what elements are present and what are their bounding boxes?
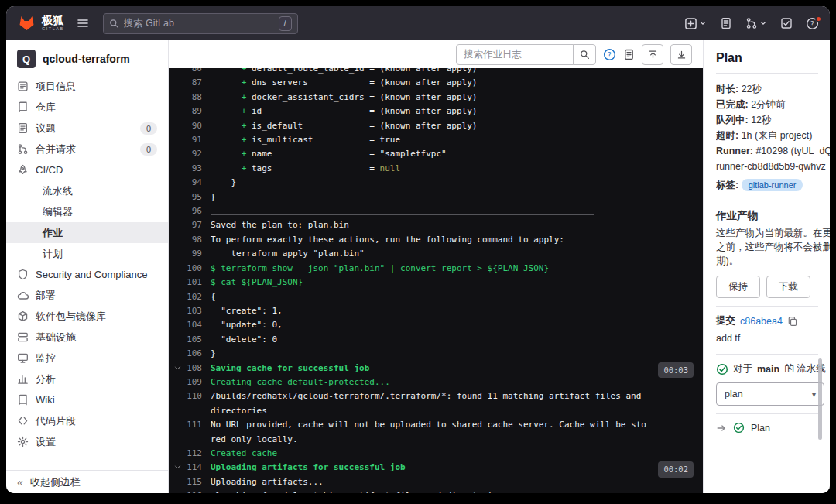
sidebar-item-repository[interactable]: 仓库	[6, 97, 168, 118]
log-line-number[interactable]: 112	[169, 447, 211, 461]
count-badge: 0	[140, 143, 157, 156]
shield-icon	[17, 269, 29, 280]
log-line-number[interactable]: 103	[169, 304, 211, 318]
log-line-number[interactable]: 87	[169, 76, 211, 90]
log-line-number[interactable]: 93	[169, 162, 211, 176]
sidebar-item-merge-requests[interactable]: 合并请求0	[6, 139, 168, 159]
window-scrollbar-thumb[interactable]	[818, 358, 822, 440]
runner-tag-badge[interactable]: gitlab-runner	[742, 179, 803, 191]
project-avatar: Q	[17, 50, 36, 68]
sidebar-item-pipelines[interactable]: 流水线	[6, 180, 168, 201]
log-line-number[interactable]: 100	[169, 262, 211, 276]
search-help-button[interactable]: ?	[603, 48, 616, 61]
download-artifacts-button[interactable]: 下载	[766, 276, 810, 298]
project-scope-link[interactable]: Q qcloud-terraform	[6, 40, 168, 74]
log-line-text: plan.bin: found 1 matching artifact file…	[211, 489, 703, 493]
log-line-number[interactable]: 86	[169, 68, 211, 76]
log-line-number[interactable]: 91	[169, 133, 211, 147]
global-search-input[interactable]	[124, 18, 274, 29]
sidebar-item-wiki[interactable]: Wiki	[6, 389, 168, 410]
sidebar-item-label: Security and Compliance	[36, 269, 148, 280]
sidebar-item-ci-cd[interactable]: CI/CD	[6, 159, 168, 180]
sidebar-item-jobs[interactable]: 作业	[6, 222, 168, 243]
sidebar-item-deployments[interactable]: 部署	[6, 285, 168, 306]
hamburger-menu-icon[interactable]	[77, 17, 89, 29]
collapse-sidebar-button[interactable]: « 收起侧边栏	[6, 470, 168, 493]
log-line-number[interactable]: 98	[169, 233, 211, 247]
nav-issues-button[interactable]	[720, 17, 732, 29]
collapse-section-icon[interactable]	[174, 464, 181, 471]
log-line-text	[211, 204, 703, 218]
log-line-text: + is_default = (known after apply)	[211, 119, 703, 133]
count-badge: 0	[140, 122, 157, 135]
log-line-text: Saved the plan to: plan.bin	[211, 218, 703, 232]
log-line-number[interactable]: 110	[169, 389, 211, 418]
log-line-number[interactable]: 108	[169, 362, 211, 375]
help-question-icon: ?	[603, 48, 616, 61]
log-line-93: 93 + tags = null	[169, 162, 703, 176]
log-line-number[interactable]: 95	[169, 190, 211, 204]
log-line-number[interactable]: 116	[169, 489, 211, 493]
log-line-number[interactable]: 104	[169, 318, 211, 332]
svg-text:?: ?	[810, 19, 814, 27]
keep-artifacts-button[interactable]: 保持	[716, 276, 760, 298]
log-line-number[interactable]: 111	[169, 418, 211, 447]
sidebar-item-label: 软件包与镜像库	[36, 310, 106, 324]
log-line-number[interactable]: 97	[169, 218, 211, 232]
job-log-search-button[interactable]	[573, 44, 596, 65]
log-line-text: "delete": 0	[211, 333, 703, 347]
pipeline-branch-link[interactable]: main	[757, 364, 779, 375]
log-line-number[interactable]: 109	[169, 375, 211, 389]
chevron-down-icon	[759, 19, 767, 27]
copy-commit-sha-button[interactable]	[787, 316, 798, 327]
log-line-number[interactable]: 115	[169, 475, 211, 489]
job-log-terminal[interactable]: 86 + default_route_table_id = (known aft…	[169, 68, 703, 493]
log-line-number[interactable]: 88	[169, 91, 211, 105]
issues-icon	[720, 17, 732, 29]
log-line-103: 103 "create": 1,	[169, 304, 703, 318]
global-search[interactable]: /	[103, 13, 298, 34]
log-line-number[interactable]: 96	[169, 204, 211, 218]
sidebar-item-label: CI/CD	[36, 164, 63, 176]
scroll-to-bottom-button[interactable]	[670, 44, 692, 65]
sidebar-item-editor[interactable]: 编辑器	[6, 201, 168, 222]
sidebar-item-infrastructure[interactable]: 基础设施	[6, 327, 168, 348]
collapse-section-icon[interactable]	[174, 365, 181, 372]
sidebar-item-issues[interactable]: 议题0	[6, 118, 168, 139]
sidebar-item-snippets[interactable]: 代码片段	[6, 410, 168, 431]
log-line-88: 88 + docker_assistant_cidrs = (known aft…	[169, 91, 703, 105]
gitlab-logo[interactable]: 极狐 GITLAB	[17, 14, 64, 33]
log-line-number[interactable]: 106	[169, 347, 211, 361]
sidebar-item-analytics[interactable]: 分析	[6, 369, 168, 389]
project-icon	[17, 81, 29, 92]
nav-todos-button[interactable]	[780, 17, 793, 29]
stage-dropdown[interactable]: plan ▾	[716, 382, 824, 406]
log-line-number[interactable]: 94	[169, 176, 211, 190]
nav-merge-requests-dropdown[interactable]	[745, 17, 767, 29]
scroll-to-top-button[interactable]	[642, 44, 663, 65]
log-line-number[interactable]: 90	[169, 119, 211, 133]
current-job-link[interactable]: Plan	[716, 422, 830, 434]
sidebar-item-monitor[interactable]: 监控	[6, 348, 168, 369]
new-menu-dropdown[interactable]	[684, 17, 707, 30]
log-line-number[interactable]: 101	[169, 276, 211, 290]
sidebar-item-security[interactable]: Security and Compliance	[6, 264, 168, 285]
log-line-number[interactable]: 102	[169, 290, 211, 304]
log-line-number[interactable]: 92	[169, 147, 211, 161]
commit-hash-link[interactable]: c86abea4	[740, 316, 783, 327]
log-line-number[interactable]: 105	[169, 333, 211, 347]
log-line-number[interactable]: 89	[169, 105, 211, 118]
job-log-search-input[interactable]	[456, 44, 574, 65]
show-raw-log-button[interactable]	[623, 49, 635, 60]
sidebar-item-project-info[interactable]: 项目信息	[6, 76, 168, 97]
nav-help-button[interactable]: ?	[806, 17, 819, 30]
log-line-number[interactable]: 99	[169, 247, 211, 261]
log-line-text: Uploading artifacts...	[211, 475, 703, 489]
sidebar-item-packages[interactable]: 软件包与镜像库	[6, 306, 168, 327]
sidebar-item-label: 议题	[36, 122, 56, 135]
log-line-109: 109Creating cache default-protected...	[169, 375, 703, 389]
sidebar-item-schedules[interactable]: 计划	[6, 243, 168, 264]
sidebar-item-settings[interactable]: 设置	[6, 431, 168, 452]
log-line-number[interactable]: 114	[169, 461, 211, 475]
commit-message: add tf	[716, 331, 830, 346]
